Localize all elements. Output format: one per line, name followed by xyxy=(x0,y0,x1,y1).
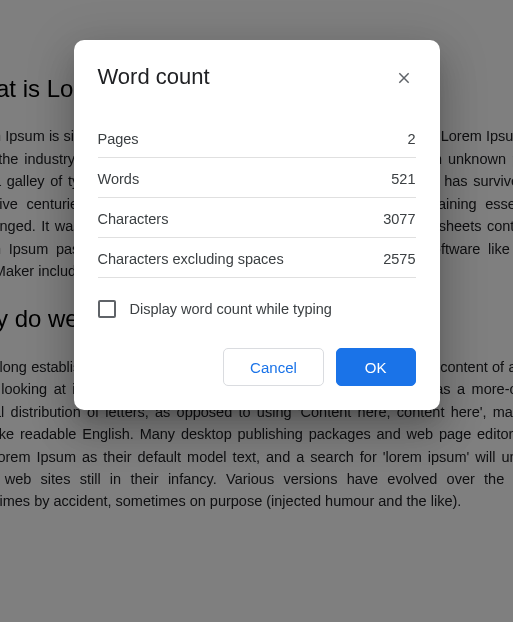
stat-label: Words xyxy=(98,171,140,187)
stat-row-pages: Pages 2 xyxy=(98,118,416,158)
stat-label: Characters xyxy=(98,211,169,227)
stat-label: Pages xyxy=(98,131,139,147)
word-count-dialog: Word count Pages 2 Words 521 Characters … xyxy=(74,40,440,410)
display-while-typing-row[interactable]: Display word count while typing xyxy=(98,300,416,318)
close-icon xyxy=(396,70,412,86)
display-while-typing-checkbox[interactable] xyxy=(98,300,116,318)
close-button[interactable] xyxy=(392,66,416,90)
stat-row-characters: Characters 3077 xyxy=(98,198,416,238)
cancel-button[interactable]: Cancel xyxy=(223,348,324,386)
dialog-actions: Cancel OK xyxy=(98,348,416,386)
stat-row-characters-no-spaces: Characters excluding spaces 2575 xyxy=(98,238,416,278)
checkbox-label: Display word count while typing xyxy=(130,301,332,317)
ok-button[interactable]: OK xyxy=(336,348,416,386)
dialog-title: Word count xyxy=(98,64,210,90)
stat-value: 3077 xyxy=(383,211,415,227)
stat-label: Characters excluding spaces xyxy=(98,251,284,267)
dialog-header: Word count xyxy=(98,64,416,90)
stat-value: 2 xyxy=(407,131,415,147)
stat-value: 521 xyxy=(391,171,415,187)
stat-value: 2575 xyxy=(383,251,415,267)
stat-row-words: Words 521 xyxy=(98,158,416,198)
